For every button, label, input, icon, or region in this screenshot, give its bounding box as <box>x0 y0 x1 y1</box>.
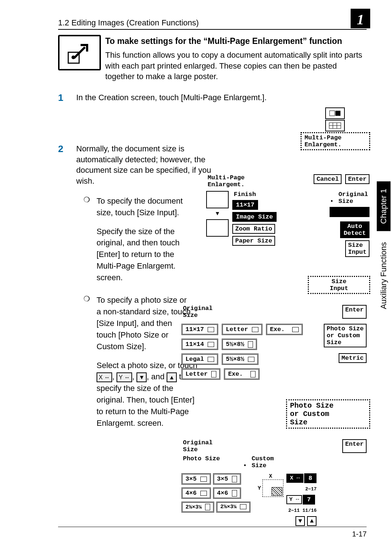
portrait-icon <box>248 341 253 348</box>
multipage-settings-screenshot: Multi-Page Enlargemt. Cancel Enter ▼ Fin… <box>206 174 369 257</box>
panel-title: Multi-Page Enlargemt. <box>206 174 246 188</box>
size-option-button[interactable]: 5½×8½ <box>222 354 258 365</box>
photo-size-button[interactable]: 3×5 <box>181 473 211 485</box>
chapter-badge: 1 <box>351 9 370 28</box>
landscape-icon <box>208 342 214 347</box>
page-footer: 1-17 <box>58 527 367 538</box>
size-option-button[interactable]: Exe. <box>224 368 259 380</box>
photo-custom-size-button[interactable]: Photo Size or Custom Size <box>286 399 370 429</box>
finish-size-value: 11×17 <box>232 200 258 210</box>
photo-size-button[interactable]: 4×6 <box>213 487 241 499</box>
bullet-icon: ❍ <box>83 195 90 283</box>
step-number: 1 <box>58 92 69 103</box>
substep-text: To specify a photo size or a non-standar… <box>97 294 191 352</box>
y-arrow-button[interactable]: Y ↔ <box>286 495 302 504</box>
thumbnail-icon <box>325 107 345 119</box>
step-number: 2 <box>58 143 69 187</box>
enter-button[interactable]: Enter <box>342 305 367 319</box>
custom-size-label: Custom Size <box>250 455 275 469</box>
svg-point-1 <box>72 56 75 59</box>
size-option-button[interactable]: Legal <box>181 354 218 365</box>
photo-custom-screenshot: Photo Size or Custom Size <box>286 399 369 429</box>
paper-size-button[interactable]: Paper Size <box>232 236 275 246</box>
landscape-icon <box>240 504 246 509</box>
size-option-button[interactable]: Letter <box>181 368 220 380</box>
panel-title: Original Size <box>181 439 214 453</box>
custom-size-diagram-icon <box>262 479 283 497</box>
landscape-icon <box>208 327 214 332</box>
function-title: To make settings for the “Multi-Page Enl… <box>105 36 367 46</box>
portrait-icon <box>205 504 210 510</box>
bullet-icon: ❍ <box>83 294 90 429</box>
intro-paragraph: This function allows you to copy a docum… <box>105 50 367 82</box>
finish-label: Finish <box>232 191 257 198</box>
size-option-button[interactable]: 5½×8½ <box>222 339 257 350</box>
photo-size-button[interactable]: 4×6 <box>181 487 211 499</box>
landscape-icon <box>200 477 207 482</box>
substep-text: Specify the size of the original, and th… <box>97 226 191 283</box>
photo-size-button[interactable]: 2⅛×3¼ <box>216 502 250 513</box>
preview-icon <box>206 191 229 208</box>
photo-size-button[interactable]: 2⅛×3¼ <box>181 502 214 513</box>
down-arrow-icon: ▼ <box>206 211 229 217</box>
metric-button[interactable]: Metric <box>339 353 367 363</box>
photo-custom-panel-screenshot: Original Size Enter Photo Size • Custom … <box>181 439 367 526</box>
portrait-icon <box>232 476 237 482</box>
size-input-button[interactable]: Size Input <box>308 276 370 294</box>
x-arrow-button[interactable]: X ↔ <box>286 474 303 483</box>
size-option-button[interactable]: Letter <box>222 324 262 335</box>
up-key-icon: ▲ <box>167 372 177 382</box>
y-value: 7 <box>303 495 315 505</box>
auto-detect-button[interactable]: Auto Detect <box>340 221 369 238</box>
portrait-icon <box>250 371 256 378</box>
x-axis-label: X <box>269 473 272 479</box>
landscape-icon <box>292 327 299 332</box>
function-icon <box>58 35 101 70</box>
section-tab: Auxiliary Functions <box>377 231 391 320</box>
multipage-button-screenshot: Multi-Page Enlargemt. <box>301 107 369 150</box>
enter-button[interactable]: Enter <box>345 174 369 184</box>
landscape-icon <box>252 327 258 332</box>
size-option-button[interactable]: Exe. <box>266 324 303 335</box>
x-arrow-key-icon: X ↔ <box>97 372 112 382</box>
original-size-screenshot: Original Size Enter 11×17 Letter Exe. 11… <box>181 305 367 380</box>
y-arrow-key-icon: Y ↔ <box>117 372 132 382</box>
cancel-button[interactable]: Cancel <box>314 174 342 184</box>
step-text: Normally, the document size is automatic… <box>76 143 214 187</box>
thumbnail-icon <box>325 120 345 131</box>
x-range: 2∼17 <box>305 486 317 492</box>
preview-icon <box>206 219 229 237</box>
original-size-value <box>330 207 369 217</box>
down-key-icon: ▼ <box>136 372 147 382</box>
increment-button[interactable]: ▲ <box>307 516 317 526</box>
original-size-label: Original Size <box>337 191 369 205</box>
landscape-icon <box>200 491 207 496</box>
panel-title: Original Size <box>181 305 214 319</box>
section-header: 1.2 Editing Images (Creation Functions) <box>58 18 199 28</box>
portrait-icon <box>232 490 237 497</box>
photo-custom-size-button[interactable]: Photo Size or Custom Size <box>324 324 367 347</box>
size-option-button[interactable]: 11×14 <box>181 339 218 350</box>
size-input-screenshot: Size Input <box>308 276 369 294</box>
photo-size-button[interactable]: 3×5 <box>213 473 241 485</box>
svg-rect-3 <box>335 111 340 116</box>
size-input-button[interactable]: Size Input <box>345 240 369 257</box>
side-tab: Chapter 1 Auxiliary Functions <box>375 181 392 363</box>
svg-rect-2 <box>330 111 335 116</box>
y-range: 2∼11 11/16 <box>288 507 317 513</box>
landscape-icon <box>208 357 214 362</box>
decrement-button[interactable]: ▼ <box>295 516 305 526</box>
size-option-button[interactable]: 11×17 <box>181 324 218 335</box>
substep-text: To specify the document size, touch [Siz… <box>97 195 191 219</box>
multipage-enlargement-button[interactable]: Multi-Page Enlargemt. <box>301 132 370 150</box>
chapter-tab: Chapter 1 <box>377 181 391 231</box>
portrait-icon <box>211 371 216 378</box>
landscape-icon <box>248 357 254 362</box>
photo-size-label: Photo Size <box>181 455 221 469</box>
x-value: 8 <box>304 473 317 483</box>
image-size-button[interactable]: Image Size <box>232 212 277 222</box>
y-axis-label: Y <box>258 485 261 491</box>
enter-button[interactable]: Enter <box>342 439 367 453</box>
step-text: In the Creation screen, touch [Multi-Pag… <box>76 92 367 103</box>
zoom-ratio-button[interactable]: Zoom Ratio <box>232 224 275 234</box>
